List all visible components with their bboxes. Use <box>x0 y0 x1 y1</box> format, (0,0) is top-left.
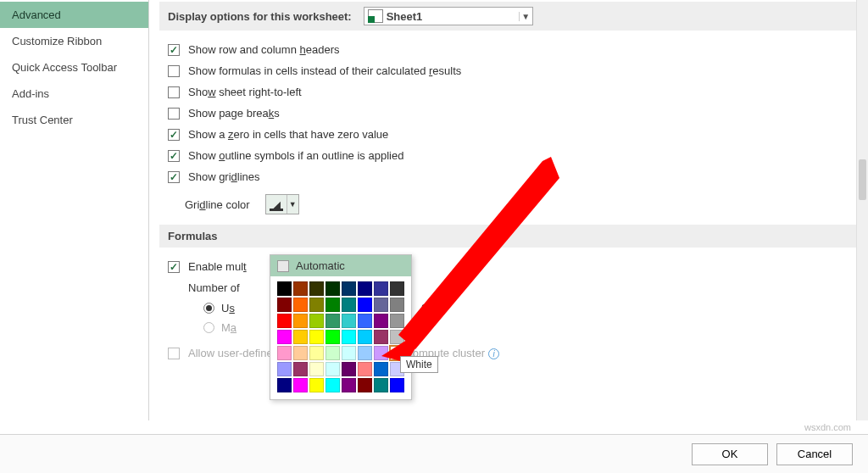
color-swatch[interactable] <box>277 362 292 376</box>
color-swatch[interactable] <box>342 362 356 376</box>
color-swatch[interactable] <box>326 378 340 392</box>
sidebar-item-trust-center[interactable]: Trust Center <box>0 107 148 133</box>
formulas-section-header: Formulas <box>159 225 860 248</box>
color-swatch[interactable] <box>277 314 292 328</box>
color-swatch[interactable] <box>309 298 324 312</box>
color-swatch[interactable] <box>374 330 388 344</box>
checkbox-opt-6[interactable] <box>168 171 180 183</box>
checkbox-label-4: Show a zero in cells that have zero valu… <box>188 128 388 141</box>
checkbox-opt-3[interactable] <box>168 108 180 120</box>
color-swatch[interactable] <box>277 378 292 392</box>
color-swatch[interactable] <box>326 362 340 376</box>
color-swatch[interactable] <box>277 281 292 296</box>
color-swatch[interactable] <box>277 330 292 344</box>
checkbox-allow-xll <box>168 348 180 359</box>
worksheet-select[interactable]: Sheet1 ▼ <box>364 7 533 25</box>
automatic-label: Automatic <box>296 259 345 272</box>
radio-manual[interactable] <box>203 322 214 333</box>
color-swatch[interactable] <box>326 314 340 328</box>
scrollbar[interactable] <box>856 0 868 420</box>
color-swatch[interactable] <box>342 298 356 312</box>
color-swatch[interactable] <box>390 281 404 296</box>
color-swatch[interactable] <box>277 346 292 360</box>
dialog-footer: OK Cancel <box>0 434 868 473</box>
checkbox-opt-5[interactable] <box>168 150 180 162</box>
color-swatch[interactable] <box>390 378 404 392</box>
sidebar-item-advanced[interactable]: Advanced <box>0 2 148 28</box>
color-swatch[interactable] <box>342 346 356 360</box>
color-swatch[interactable] <box>374 298 388 312</box>
display-section-title: Display options for this worksheet: <box>168 10 352 23</box>
sheet-icon <box>368 9 383 23</box>
automatic-color-row[interactable]: Automatic <box>270 255 411 276</box>
sidebar-item-add-ins[interactable]: Add-ins <box>0 81 148 107</box>
color-swatch[interactable] <box>374 281 388 296</box>
color-swatch[interactable] <box>374 362 388 376</box>
color-swatch[interactable] <box>293 314 308 328</box>
info-icon[interactable]: i <box>488 348 499 359</box>
color-swatch[interactable] <box>293 330 308 344</box>
cancel-button[interactable]: Cancel <box>776 443 853 465</box>
chevron-down-icon: ▼ <box>287 195 298 214</box>
color-swatch[interactable] <box>326 330 340 344</box>
processor-count: 8 <box>421 302 427 314</box>
color-swatch[interactable] <box>358 346 372 360</box>
color-swatch[interactable] <box>277 298 292 312</box>
chevron-down-icon: ▼ <box>519 12 532 21</box>
watermark: wsxdn.com <box>804 422 851 432</box>
color-swatch[interactable] <box>390 314 404 328</box>
color-swatch[interactable] <box>309 362 324 376</box>
checkbox-label-6: Show gridlines <box>188 170 260 183</box>
checkbox-multithread[interactable] <box>168 261 180 273</box>
ok-button[interactable]: OK <box>692 443 768 465</box>
color-swatch[interactable] <box>342 378 356 392</box>
color-swatch[interactable] <box>309 346 324 360</box>
color-swatch[interactable] <box>374 346 388 360</box>
color-swatch[interactable] <box>342 281 356 296</box>
color-swatch[interactable] <box>309 281 324 296</box>
gridline-color-button[interactable]: ◢ ▼ <box>265 194 299 214</box>
sidebar-item-quick-access[interactable]: Quick Access Toolbar <box>0 54 148 81</box>
color-swatch[interactable] <box>374 378 388 392</box>
color-swatch[interactable] <box>358 314 372 328</box>
content-panel: Display options for this worksheet: Shee… <box>149 0 868 420</box>
color-swatch[interactable] <box>309 314 324 328</box>
numthreads-label: Number of <box>188 281 240 294</box>
checkbox-opt-1[interactable] <box>168 65 180 77</box>
color-swatch[interactable] <box>358 362 372 376</box>
color-swatch[interactable] <box>293 298 308 312</box>
radio-use-all-label: Us <box>221 302 235 314</box>
automatic-swatch <box>277 260 289 272</box>
color-swatch[interactable] <box>342 314 356 328</box>
color-swatch[interactable] <box>342 330 356 344</box>
color-swatch[interactable] <box>390 330 404 344</box>
checkbox-label-3: Show page breaks <box>188 107 280 120</box>
color-swatch[interactable] <box>374 314 388 328</box>
color-swatch[interactable] <box>326 346 340 360</box>
checkbox-opt-4[interactable] <box>168 129 180 141</box>
color-swatch[interactable] <box>293 346 308 360</box>
checkbox-label-5: Show outline symbols if an outline is ap… <box>188 149 403 162</box>
color-swatch[interactable] <box>326 298 340 312</box>
paint-bucket-icon: ◢ <box>266 195 287 214</box>
color-swatch[interactable] <box>309 378 324 392</box>
color-swatch[interactable] <box>293 378 308 392</box>
checkbox-opt-0[interactable] <box>168 44 180 56</box>
color-swatch[interactable] <box>390 298 404 312</box>
color-swatch[interactable] <box>358 298 372 312</box>
color-swatch[interactable] <box>293 281 308 296</box>
color-swatch[interactable] <box>309 330 324 344</box>
worksheet-name: Sheet1 <box>387 10 423 23</box>
color-swatch[interactable] <box>358 330 372 344</box>
checkbox-label-2: Show sheet right-to-left <box>188 86 302 98</box>
checkbox-opt-2[interactable] <box>168 86 180 98</box>
color-swatch[interactable] <box>293 362 308 376</box>
radio-use-all[interactable] <box>203 303 214 314</box>
checkbox-label-0: Show row and column headers <box>188 43 340 56</box>
display-section-header: Display options for this worksheet: Shee… <box>159 2 860 31</box>
color-swatch[interactable] <box>358 378 372 392</box>
sidebar-item-customize-ribbon[interactable]: Customize Ribbon <box>0 28 148 54</box>
color-swatch[interactable] <box>326 281 340 296</box>
gridline-color-label: Gridline color <box>185 198 250 211</box>
color-swatch[interactable] <box>358 281 372 296</box>
